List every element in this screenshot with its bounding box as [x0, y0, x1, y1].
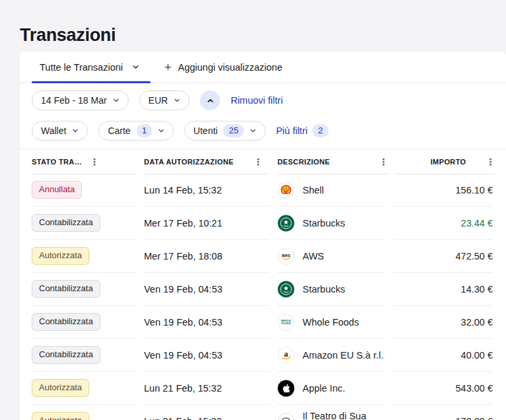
users-filter[interactable]: Utenti 25: [184, 121, 266, 141]
merchant-name: AWS: [303, 251, 324, 262]
status-cell: Contabilizzata: [32, 339, 136, 372]
description-cell: Starbucks: [277, 273, 386, 306]
status-badge: Contabilizzata: [32, 280, 100, 297]
page-title: Transazioni: [20, 25, 116, 46]
chevron-down-icon: [113, 97, 120, 104]
filters-section: 14 Feb - 18 Mar EUR Rimuovi filtri Wall: [20, 83, 506, 149]
more-filters-count-badge: 2: [312, 124, 328, 137]
date-cell: Ven 19 Feb, 04:53: [144, 339, 270, 372]
amount-value: 14.30 €: [394, 273, 493, 306]
status-badge: Contabilizzata: [32, 346, 100, 363]
description-cell: Starbucks: [277, 207, 386, 240]
status-cell: Contabilizzata: [32, 306, 136, 339]
wallet-filter[interactable]: Wallet: [32, 121, 88, 141]
amazon-icon: a: [277, 347, 295, 364]
status-badge: Contabilizzata: [32, 214, 100, 231]
description-cell: WHOLEFOODS Whole Foods: [277, 306, 386, 339]
description-cell: Il Teatro di Sua Maestà: [277, 405, 386, 420]
date-cell: Mer 17 Feb, 18:08: [144, 240, 270, 273]
more-filters-link[interactable]: Più filtri 2: [276, 124, 328, 137]
active-tab-underline: [32, 81, 151, 83]
status-badge: Autorizzata: [32, 247, 89, 264]
chevron-down-icon: [72, 127, 79, 134]
merchant-name: Starbucks: [303, 218, 345, 228]
chevron-down-icon: [132, 63, 139, 71]
merchant-name: Apple Inc.: [303, 383, 345, 394]
remove-filters-link[interactable]: Rimuovi filtri: [231, 95, 283, 106]
table-row[interactable]: Autorizzata Mer 17 Feb, 18:08 aws AWS 47…: [20, 240, 506, 273]
column-header-description: DESCRIZIONE ⋮: [277, 149, 388, 174]
view-bar: Tutte le Transazioni + Aggiungi visualiz…: [20, 52, 506, 83]
column-menu-icon[interactable]: ⋮: [486, 157, 495, 166]
table-header: STATO TRA… ⋮ DATA AUTORIZZAZIONE ⋮ DESCR…: [20, 149, 506, 174]
users-count-badge: 25: [223, 124, 243, 137]
column-menu-icon[interactable]: ⋮: [254, 157, 263, 166]
description-cell: a Amazon EU S.à r.l.: [277, 339, 386, 372]
currency-filter[interactable]: EUR: [139, 90, 190, 110]
filter-row-1: 14 Feb - 18 Mar EUR Rimuovi filtri: [32, 90, 494, 110]
date-cell: Ven 19 Feb, 04:53: [144, 273, 270, 306]
table-body: Annullata Lun 14 Feb, 15:32 Shell 156.10…: [20, 174, 506, 420]
date-range-label: 14 Feb - 18 Mar: [41, 95, 107, 106]
amount-value: 170.00 €: [394, 405, 493, 420]
description-cell: aws AWS: [277, 240, 386, 273]
svg-text:aws: aws: [281, 252, 290, 257]
amount-value: 32.00 €: [394, 306, 493, 339]
status-cell: Annullata: [32, 174, 136, 207]
date-range-filter[interactable]: 14 Feb - 18 Mar: [32, 90, 129, 110]
chevron-down-icon: [158, 127, 164, 134]
date-cell: Mer 17 Feb, 10:21: [144, 207, 270, 240]
merchant-name: Whole Foods: [303, 317, 359, 328]
cards-count-badge: 1: [137, 124, 152, 137]
filter-row-2: Wallet Carte 1 Utenti 25 Più fi: [32, 121, 494, 141]
status-cell: Contabilizzata: [32, 207, 136, 240]
date-cell: Lun 21 Feb, 15:32: [144, 405, 270, 420]
merchant-name: Il Teatro di Sua Maestà: [303, 411, 386, 420]
wholefoods-icon: WHOLEFOODS: [277, 314, 295, 331]
tab-all-transactions[interactable]: Tutte le Transazioni: [32, 52, 147, 83]
merchant-name: Shell: [303, 185, 324, 195]
chevron-down-icon: [174, 97, 180, 104]
table-row[interactable]: Autorizzata Lun 21 Feb, 15:32 Il Teatro …: [20, 405, 506, 420]
cards-label: Carte: [108, 125, 130, 136]
table-row[interactable]: Contabilizzata Ven 19 Feb, 04:53 a Amazo…: [20, 339, 506, 372]
status-cell: Autorizzata: [32, 240, 136, 273]
column-menu-icon[interactable]: ⋮: [379, 157, 388, 166]
svg-text:a: a: [284, 349, 288, 358]
aws-icon: aws: [277, 248, 295, 265]
cards-filter[interactable]: Carte 1: [98, 121, 173, 141]
column-header-description-label: DESCRIZIONE: [277, 158, 330, 166]
amount-value: 156.10 €: [394, 174, 493, 207]
amount-value: 543.00 €: [394, 372, 493, 405]
status-cell: Contabilizzata: [32, 273, 136, 306]
status-cell: Autorizzata: [32, 372, 136, 405]
column-header-amount: IMPORTO ⋮: [396, 149, 495, 174]
add-view-button[interactable]: + Aggiungi visualizzazione: [164, 61, 283, 73]
table-row[interactable]: Annullata Lun 14 Feb, 15:32 Shell 156.10…: [20, 174, 506, 207]
svg-text:FOODS: FOODS: [281, 322, 291, 325]
shell-icon: [277, 182, 295, 199]
theatre-icon: [277, 413, 295, 420]
merchant-name: Starbucks: [303, 284, 345, 295]
wallet-label: Wallet: [41, 125, 66, 136]
column-header-date: DATA AUTORIZZAZIONE ⋮: [144, 149, 270, 174]
status-cell: Autorizzata: [32, 405, 136, 420]
date-cell: Lun 14 Feb, 15:32: [144, 174, 270, 207]
collapse-filters-button[interactable]: [200, 90, 220, 110]
table-row[interactable]: Contabilizzata Ven 19 Feb, 04:53 Starbuc…: [20, 273, 506, 306]
column-menu-icon[interactable]: ⋮: [90, 157, 99, 166]
chevron-up-icon: [207, 97, 214, 104]
column-header-date-label: DATA AUTORIZZAZIONE: [144, 158, 234, 166]
merchant-name: Amazon EU S.à r.l.: [303, 350, 384, 361]
description-cell: Shell: [277, 174, 386, 207]
tab-label: Tutte le Transazioni: [40, 62, 123, 73]
table-row[interactable]: Contabilizzata Mer 17 Feb, 10:21 Starbuc…: [20, 207, 506, 240]
currency-label: EUR: [149, 95, 168, 106]
table-row[interactable]: Autorizzata Lun 21 Feb, 15:32 Apple Inc.…: [20, 372, 506, 405]
apple-icon: [277, 380, 295, 397]
column-header-amount-label: IMPORTO: [431, 158, 466, 166]
amount-value: 40.00 €: [394, 339, 493, 372]
column-header-status: STATO TRA… ⋮: [32, 149, 136, 174]
table-row[interactable]: Contabilizzata Ven 19 Feb, 04:53 WHOLEFO…: [20, 306, 506, 339]
status-badge: Autorizzata: [32, 379, 89, 396]
